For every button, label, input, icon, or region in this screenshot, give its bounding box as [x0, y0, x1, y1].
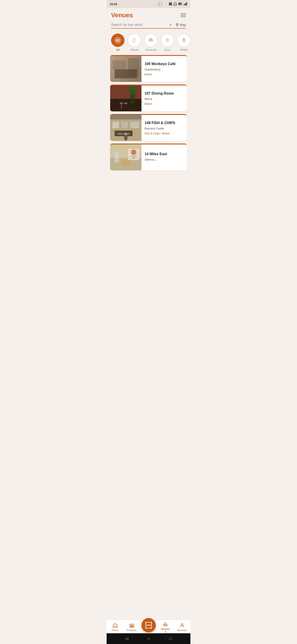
category-american[interactable]: American — [144, 34, 158, 52]
venue-image-3: FISH & CHIPS — [110, 115, 141, 141]
map-label: Map — [180, 23, 186, 26]
signal-icon — [184, 2, 187, 6]
svg-point-88 — [181, 624, 183, 626]
svg-rect-5 — [186, 3, 186, 5]
category-asian-circle — [161, 34, 174, 47]
scanner-icon — [145, 622, 152, 629]
svg-rect-70 — [130, 626, 132, 628]
venue-tags-1: British — [145, 73, 176, 76]
scanner-button[interactable] — [141, 618, 156, 632]
venue-info-3: 149 FISH & CHIPS Barnard Castle Fish & C… — [141, 115, 178, 141]
category-african[interactable]: African — [128, 34, 141, 52]
svg-point-44 — [120, 102, 123, 104]
venue-tags-2: British — [145, 102, 174, 106]
svg-rect-3 — [184, 4, 184, 5]
status-icon-whatsapp: 💬 — [158, 2, 162, 6]
nav-venues-label: Venues — [161, 628, 170, 630]
status-bar: 15:33 💬 🦢 🖼 🎧 — [107, 0, 190, 8]
venue-location-4: Sidmou... — [145, 158, 167, 161]
category-british-circle — [177, 34, 190, 47]
venue-card-3[interactable]: FISH & CHIPS 149 FISH & CHIPS Barnard Ca… — [110, 114, 187, 141]
nav-venues[interactable]: Venues — [157, 622, 174, 632]
category-american-circle — [144, 34, 158, 47]
svg-rect-52 — [112, 122, 119, 128]
svg-rect-54 — [130, 122, 139, 128]
venue-card-1[interactable]: 100 Monkeys Café Glastonbury British — [110, 55, 187, 82]
venue-location-1: Glastonbury — [145, 68, 176, 71]
venue-location-2: Wirral — [145, 97, 174, 100]
nav-scanner[interactable]: Scanner — [140, 622, 157, 632]
venue-image-1 — [110, 56, 141, 82]
search-bar: × Map — [111, 23, 186, 28]
venue-image-2 — [110, 86, 141, 111]
page-title: Venues — [111, 12, 133, 19]
svg-point-7 — [177, 24, 177, 25]
recents-button[interactable]: □ — [169, 636, 172, 641]
category-british[interactable]: British — [177, 34, 190, 52]
svg-text:FISH & CHIPS: FISH & CHIPS — [118, 133, 130, 135]
nav-account[interactable]: Account — [174, 623, 190, 632]
svg-rect-69 — [132, 624, 134, 626]
svg-rect-42 — [110, 86, 141, 99]
bottom-nav: Home Products Scanne — [107, 620, 190, 633]
category-all[interactable]: All — [111, 34, 124, 52]
venue-list: 100 Monkeys Café Glastonbury British 10 — [107, 55, 190, 620]
menu-button[interactable] — [181, 14, 186, 17]
svg-text:EAST: EAST — [132, 158, 135, 159]
svg-point-58 — [125, 133, 127, 135]
nav-home[interactable]: Home — [107, 623, 123, 632]
svg-rect-68 — [130, 624, 132, 626]
category-asian-label: Asian — [164, 48, 171, 52]
venue-card-4[interactable]: 14 MILES EAST 14 Miles East Sidmou... — [110, 144, 187, 170]
svg-rect-22 — [149, 41, 153, 42]
category-asian[interactable]: Asian — [161, 34, 174, 52]
venue-location-3: Barnard Castle — [145, 127, 175, 130]
venue-card-2[interactable]: 107 Dining Room Wirral British — [110, 84, 187, 111]
system-nav-bar: ◁ ○ □ — [107, 633, 190, 644]
nav-account-label: Account — [178, 629, 187, 632]
svg-rect-61 — [115, 151, 119, 162]
status-icon-photo: 🖼 — [169, 2, 172, 6]
back-button[interactable]: ◁ — [125, 636, 128, 641]
svg-text:14 MILES: 14 MILES — [131, 156, 137, 157]
svg-point-46 — [124, 102, 128, 104]
venues-icon — [163, 622, 168, 627]
status-icon-battery — [178, 2, 182, 6]
venue-name-3: 149 FISH & CHIPS — [145, 121, 175, 125]
category-african-label: African — [130, 48, 138, 52]
category-all-circle — [111, 34, 124, 47]
venue-info-4: 14 Miles East Sidmou... — [141, 144, 170, 170]
svg-rect-45 — [121, 104, 122, 109]
venue-name-1: 100 Monkeys Café — [145, 62, 176, 66]
venue-image-4: 14 MILES EAST — [110, 144, 141, 170]
svg-point-62 — [115, 150, 119, 152]
venue-info-2: 107 Dining Room Wirral British — [141, 86, 177, 111]
nav-home-label: Home — [112, 629, 118, 632]
nav-products[interactable]: Products — [123, 623, 140, 632]
home-button[interactable]: ○ — [148, 636, 150, 641]
search-clear-button[interactable]: × — [169, 23, 172, 27]
products-icon — [129, 623, 135, 628]
status-icon-bird: 🦢 — [164, 2, 167, 6]
category-african-circle — [128, 34, 141, 47]
venue-name-2: 107 Dining Room — [145, 91, 174, 96]
venues-active-dot — [165, 632, 166, 632]
svg-rect-51 — [110, 115, 141, 120]
svg-rect-6 — [186, 2, 187, 5]
svg-line-28 — [168, 41, 168, 42]
venue-info-1: 100 Monkeys Café Glastonbury British — [141, 56, 179, 82]
status-icon-beats: 🎧 — [173, 2, 177, 6]
venue-tags-3: Fish & Chips • British — [145, 132, 175, 135]
svg-rect-63 — [121, 160, 130, 166]
svg-rect-4 — [185, 4, 185, 5]
svg-rect-53 — [121, 122, 128, 128]
svg-rect-38 — [112, 60, 126, 69]
svg-rect-40 — [115, 69, 137, 78]
category-american-label: American — [145, 48, 157, 52]
svg-point-25 — [151, 39, 152, 39]
svg-rect-2 — [182, 3, 182, 4]
category-british-label: British — [180, 48, 188, 52]
map-button[interactable]: Map — [175, 23, 186, 26]
home-icon — [112, 623, 118, 628]
search-input[interactable] — [111, 23, 168, 27]
